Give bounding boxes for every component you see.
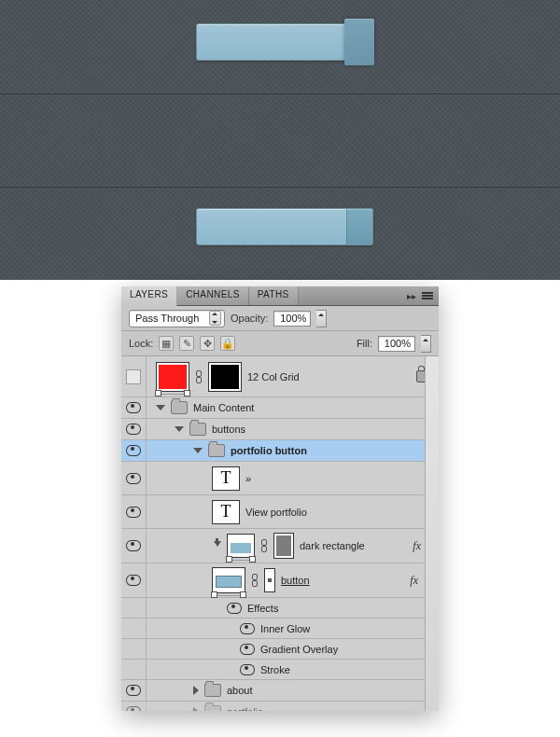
tab-paths[interactable]: PATHS bbox=[249, 286, 299, 305]
layer-name: Inner Glow bbox=[260, 623, 310, 634]
visibility-toggle[interactable] bbox=[121, 563, 147, 597]
panel-menu-icon[interactable] bbox=[422, 292, 433, 299]
folder-icon bbox=[204, 705, 221, 711]
layer-row-portfolio-button[interactable]: portfolio button bbox=[121, 440, 439, 462]
eye-icon[interactable] bbox=[227, 603, 242, 614]
layer-row-portfor[interactable]: portfolio bbox=[121, 702, 439, 711]
disclosure-triangle-icon[interactable] bbox=[193, 448, 203, 453]
layer-row-dark-rectangle[interactable]: dark rectangle fx bbox=[121, 529, 439, 563]
lock-label: Lock: bbox=[129, 338, 153, 349]
link-icon bbox=[260, 539, 268, 552]
layer-row-stroke[interactable]: Stroke bbox=[121, 660, 439, 680]
fx-badge[interactable]: fx bbox=[413, 539, 423, 553]
layer-name: portfolio button bbox=[231, 445, 307, 456]
visibility-toggle[interactable] bbox=[121, 462, 147, 494]
eye-icon bbox=[126, 685, 141, 696]
visibility-toggle[interactable] bbox=[121, 495, 147, 528]
visibility-toggle[interactable] bbox=[121, 440, 147, 461]
eye-icon[interactable] bbox=[240, 664, 255, 675]
fill-label: Fill: bbox=[357, 338, 372, 349]
layer-row-button-shape[interactable]: button fx bbox=[121, 563, 439, 598]
visibility-toggle[interactable] bbox=[121, 660, 147, 679]
eye-icon[interactable] bbox=[240, 644, 255, 655]
eye-icon bbox=[126, 473, 141, 484]
tab-channels[interactable]: CHANNELS bbox=[177, 286, 249, 305]
eye-icon bbox=[126, 575, 141, 586]
eye-icon[interactable] bbox=[240, 623, 255, 634]
folder-icon bbox=[171, 401, 188, 414]
disclosure-triangle-icon[interactable] bbox=[175, 426, 184, 432]
preview-row-1 bbox=[0, 0, 560, 94]
visibility-toggle[interactable] bbox=[121, 680, 147, 701]
panel-tab-bar: LAYERS CHANNELS PATHS ▸▸ bbox=[121, 286, 439, 306]
layer-thumbnail bbox=[227, 534, 255, 558]
fill-stepper[interactable] bbox=[421, 335, 431, 353]
lock-fill-row: Lock: ▦ ✎ ✥ 🔒 Fill: 100% bbox=[121, 331, 439, 356]
fill-field[interactable]: 100% bbox=[378, 336, 415, 352]
eye-icon bbox=[126, 424, 141, 435]
lock-pixels-icon[interactable]: ✎ bbox=[179, 336, 194, 351]
disclosure-triangle-icon[interactable] bbox=[193, 707, 199, 711]
link-icon bbox=[251, 574, 259, 587]
layer-name: buttons bbox=[212, 424, 245, 435]
layer-name: about bbox=[227, 685, 253, 696]
button-cap bbox=[344, 19, 374, 65]
design-preview: View portfolio » bbox=[0, 0, 560, 280]
layers-panel: LAYERS CHANNELS PATHS ▸▸ Pass Through Op… bbox=[121, 286, 439, 711]
eye-icon bbox=[126, 540, 141, 551]
layer-name: Stroke bbox=[260, 664, 290, 675]
visibility-toggle[interactable] bbox=[121, 529, 147, 563]
layer-row-about[interactable]: about bbox=[121, 680, 439, 702]
blend-mode-select[interactable]: Pass Through bbox=[129, 310, 225, 327]
visibility-off-icon bbox=[126, 369, 141, 384]
eye-icon bbox=[126, 402, 141, 413]
visibility-toggle[interactable] bbox=[121, 397, 147, 418]
layer-row-effects[interactable]: Effects bbox=[121, 598, 439, 619]
preview-row-2 bbox=[0, 93, 560, 188]
lock-icon bbox=[416, 370, 427, 382]
vector-mask-thumbnail bbox=[264, 568, 275, 592]
blend-opacity-row: Pass Through Opacity: 100% bbox=[121, 306, 439, 331]
visibility-toggle[interactable] bbox=[121, 598, 147, 618]
layer-name: 12 Col Grid bbox=[247, 371, 300, 382]
opacity-stepper[interactable] bbox=[316, 310, 327, 327]
layer-row-arrow-text[interactable]: T » bbox=[121, 462, 439, 495]
eye-icon bbox=[126, 706, 141, 711]
visibility-toggle[interactable] bbox=[121, 639, 147, 659]
opacity-label: Opacity: bbox=[231, 313, 268, 324]
layer-row-gradient-overlay[interactable]: Gradient Overlay bbox=[121, 639, 439, 660]
disclosure-triangle-icon[interactable] bbox=[156, 405, 165, 410]
layer-row-grid[interactable]: 12 Col Grid bbox=[121, 356, 439, 397]
folder-icon bbox=[204, 684, 221, 697]
fx-disclosure-icon[interactable] bbox=[426, 578, 433, 583]
visibility-toggle[interactable] bbox=[121, 356, 147, 396]
layer-thumbnail bbox=[156, 362, 189, 392]
lock-position-icon[interactable]: ✥ bbox=[200, 336, 215, 351]
disclosure-triangle-icon[interactable] bbox=[193, 686, 199, 695]
link-icon bbox=[195, 370, 203, 383]
layer-row-main-content[interactable]: Main Content bbox=[121, 397, 439, 419]
opacity-field[interactable]: 100% bbox=[273, 311, 311, 327]
layer-name: Gradient Overlay bbox=[260, 644, 338, 655]
fx-disclosure-icon[interactable] bbox=[428, 542, 433, 549]
layer-name: View portfolio bbox=[245, 507, 307, 518]
layer-row-inner-glow[interactable]: Inner Glow bbox=[121, 619, 439, 639]
text-layer-icon: T bbox=[212, 466, 240, 491]
vector-mask-thumbnail bbox=[273, 533, 294, 559]
visibility-toggle[interactable] bbox=[121, 702, 147, 711]
layer-row-view-portfolio-text[interactable]: T View portfolio bbox=[121, 495, 439, 529]
lock-all-icon[interactable]: 🔒 bbox=[220, 336, 235, 351]
tab-layers[interactable]: LAYERS bbox=[121, 286, 177, 306]
layer-name: dark rectangle bbox=[300, 540, 365, 551]
fx-badge[interactable]: fx bbox=[410, 574, 420, 588]
collapse-panel-icon[interactable]: ▸▸ bbox=[407, 291, 416, 301]
layer-row-buttons[interactable]: buttons bbox=[121, 419, 439, 440]
layer-mask-thumbnail bbox=[208, 362, 242, 392]
text-layer-icon: T bbox=[212, 500, 240, 524]
layers-list: 12 Col Grid Main Content buttons bbox=[121, 356, 439, 711]
visibility-toggle[interactable] bbox=[121, 419, 147, 439]
visibility-toggle[interactable] bbox=[121, 619, 147, 638]
layer-name: » bbox=[245, 473, 251, 484]
eye-icon bbox=[126, 445, 141, 456]
lock-transparent-icon[interactable]: ▦ bbox=[159, 336, 174, 351]
